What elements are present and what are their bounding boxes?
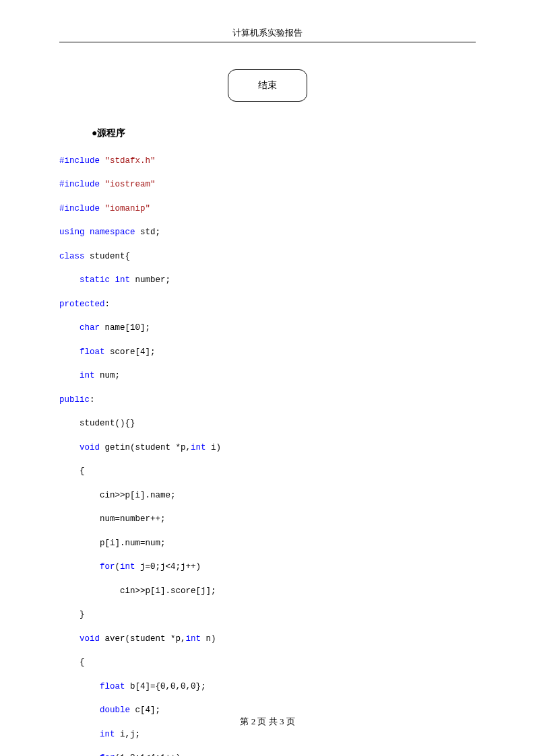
code-keyword: int (120, 562, 135, 572)
code-keyword: protected (59, 300, 105, 309)
code-text: cin>>p[i].score[j]; (120, 586, 216, 596)
code-text: } (80, 610, 85, 619)
code-text (110, 275, 115, 285)
code-keyword: #include (59, 180, 105, 189)
page-header: 计算机系实验报告 (0, 0, 535, 42)
code-keyword: public (59, 395, 90, 405)
code-text: { (80, 467, 85, 476)
code-text: n) (201, 634, 216, 644)
code-text: i,j; (115, 730, 141, 739)
section-title: ●源程序 (92, 127, 476, 139)
code-keyword: float (100, 682, 125, 691)
code-keyword: int (191, 443, 206, 452)
code-text: student(){} (80, 419, 135, 428)
code-text: ( (115, 562, 121, 572)
code-text: std; (135, 228, 161, 237)
code-keyword: #include (59, 204, 105, 213)
source-code: #include "stdafx.h" #include "iostream" … (59, 143, 476, 756)
end-box: 结束 (228, 69, 307, 102)
code-text: name[10]; (100, 323, 150, 333)
code-keyword: using (59, 228, 85, 237)
code-keyword: double (100, 706, 130, 715)
code-keyword: int (100, 730, 115, 739)
code-string: "stdafx.h" (105, 156, 156, 166)
box-container: 结束 (59, 69, 476, 102)
content-area: 结束 ●源程序 #include "stdafx.h" #include "io… (0, 42, 535, 756)
code-keyword: for (100, 753, 115, 756)
code-text: : (90, 395, 95, 405)
code-text: student{ (85, 252, 131, 261)
code-keyword: char (80, 323, 100, 333)
code-keyword: static (80, 275, 110, 285)
code-text: num=number++; (100, 514, 166, 524)
code-text: number; (130, 275, 170, 285)
code-text: getin(student *p, (100, 443, 191, 452)
code-keyword: #include (59, 156, 105, 166)
page-footer: 第 2 页 共 3 页 (0, 716, 535, 728)
code-text: b[4]={0,0,0,0}; (125, 682, 206, 691)
code-string: "iomanip" (105, 204, 151, 213)
code-keyword: void (80, 443, 100, 452)
code-text: c[4]; (130, 706, 160, 715)
code-text: j=0;j<4;j++) (135, 562, 201, 572)
code-text: p[i].num=num; (100, 539, 166, 548)
code-keyword: int (186, 634, 201, 644)
code-keyword: for (100, 562, 115, 572)
code-text: aver(student *p, (100, 634, 186, 644)
code-keyword: namespace (90, 228, 135, 237)
code-keyword: float (80, 347, 105, 357)
code-keyword: class (59, 252, 85, 261)
code-text (85, 228, 90, 237)
code-text: i) (206, 443, 222, 452)
code-text: num; (95, 371, 121, 380)
code-text: (i=0;i<4;i++) (115, 753, 181, 756)
code-text: { (80, 658, 85, 667)
code-string: "iostream" (105, 180, 156, 189)
code-text: score[4]; (105, 347, 156, 357)
code-text: cin>>p[i].name; (100, 491, 176, 500)
code-keyword: int (115, 275, 131, 285)
code-keyword: void (80, 634, 100, 644)
code-text: : (105, 300, 111, 309)
code-keyword: int (80, 371, 95, 380)
